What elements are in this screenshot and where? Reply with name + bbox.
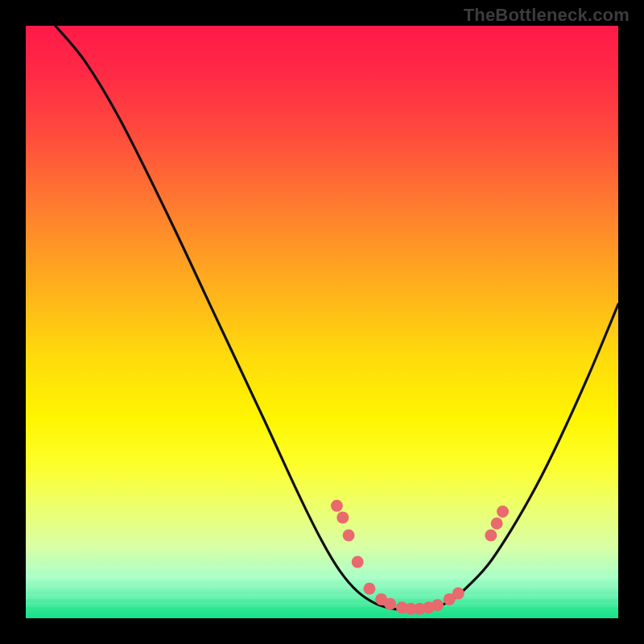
data-dot: [384, 598, 396, 610]
data-dot: [452, 588, 464, 600]
data-dot: [352, 556, 364, 568]
data-dots: [331, 500, 509, 615]
chart-svg: [26, 26, 618, 618]
data-dot: [363, 583, 375, 595]
data-dot: [485, 530, 497, 542]
data-dot: [331, 500, 343, 512]
data-dot: [336, 511, 349, 523]
data-dot: [491, 518, 503, 530]
data-dot: [497, 506, 509, 518]
data-dot: [431, 599, 444, 611]
outer-frame: TheBottleneck.com: [0, 0, 644, 644]
chart-plot-area: [26, 26, 618, 618]
data-dot: [343, 530, 355, 542]
source-label: TheBottleneck.com: [464, 5, 630, 26]
bottleneck-curve: [56, 26, 618, 610]
